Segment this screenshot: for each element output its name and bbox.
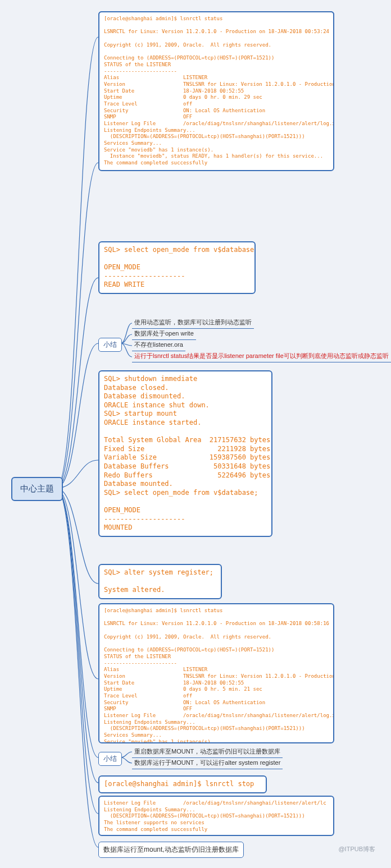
leaf-2b: 数据库运行于MOUNT，可以运行alter system register <box>132 757 283 769</box>
leaf-1a: 使用动态监听，数据库可以注册到动态监听 <box>132 317 254 329</box>
code-lsnrctl-status-2[interactable]: [oracle@shanghai admin]$ lsnrctl status … <box>98 603 334 743</box>
leaf-1b: 数据库处于open write <box>132 328 196 340</box>
code-select-openmode-1[interactable]: SQL> select open_mode from v$database; O… <box>98 241 256 294</box>
root-node[interactable]: 中心主题 <box>11 477 63 501</box>
code-lsnrctl-stop[interactable]: [oracle@shanghai admin]$ lsnrctl stop <box>98 775 267 793</box>
mindmap-canvas: 中心主题 [oracle@shanghai admin]$ ll total 2… <box>11 11 380 857</box>
summary-label-1[interactable]: 小结 <box>98 338 122 352</box>
code-shutdown-startup[interactable]: SQL> shutdown immediate Database closed.… <box>98 370 272 537</box>
summary-label-2[interactable]: 小结 <box>98 752 122 766</box>
leaf-1c: 不存在listener.ora <box>132 339 185 351</box>
note-conclusion: 数据库运行至mount,动态监听仍旧注册数据库 <box>98 842 244 858</box>
code-lsnrctl-status-1[interactable]: [oracle@shanghai admin]$ lsnrctl status … <box>98 11 334 171</box>
watermark: @ITPUB博客 <box>338 845 375 853</box>
root-label: 中心主题 <box>20 484 54 493</box>
leaf-2a: 重启数据库至MOUNT，动态监听仍旧可以注册数据库 <box>132 746 283 758</box>
code-listener-noservices[interactable]: Listener Log File /oracle/diag/tnslsnr/s… <box>98 796 334 836</box>
leaf-1d: 运行于lsnrctl status结果是否显示listener paramete… <box>132 351 391 362</box>
code-alter-register[interactable]: SQL> alter system register; System alter… <box>98 564 222 599</box>
